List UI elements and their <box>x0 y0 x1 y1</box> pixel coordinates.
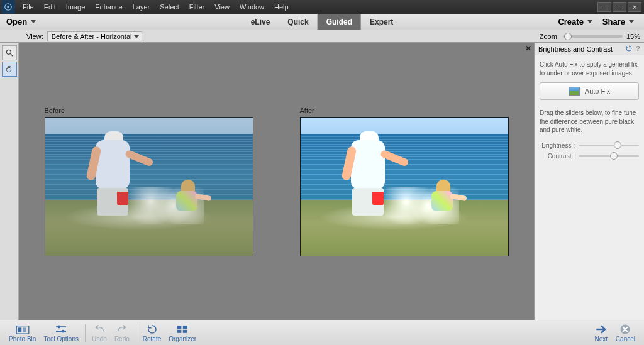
panel-header: Brightness and Contrast ? <box>535 43 644 55</box>
organizer-label: Organizer <box>169 336 196 342</box>
chevron-down-icon <box>587 20 592 23</box>
undo-label: Undo <box>92 336 107 342</box>
share-menu[interactable]: Share <box>599 17 638 26</box>
after-label: After <box>300 107 509 114</box>
menu-image[interactable]: Image <box>61 3 91 11</box>
svg-rect-14 <box>183 329 187 332</box>
brightness-slider[interactable] <box>579 145 639 146</box>
mode-elive[interactable]: eLive <box>242 14 279 30</box>
rotate-label: Rotate <box>143 336 161 342</box>
titlebar: File Edit Image Enhance Layer Select Fil… <box>0 0 644 14</box>
autofix-label: Auto Fix <box>585 87 610 95</box>
svg-rect-5 <box>18 327 21 332</box>
menu-edit[interactable]: Edit <box>39 3 61 11</box>
menu-help[interactable]: Help <box>269 3 294 11</box>
menu-view[interactable]: View <box>209 3 235 11</box>
cancel-label: Cancel <box>616 336 635 342</box>
view-value: Before & After - Horizontal <box>52 33 132 40</box>
cancel-button[interactable]: Cancel <box>612 324 639 342</box>
mode-tabs: eLive Quick Guided Expert <box>242 14 402 30</box>
before-label: Before <box>45 107 253 114</box>
zoom-tool[interactable] <box>2 45 17 60</box>
zoom-slider[interactable] <box>563 35 623 38</box>
svg-point-2 <box>6 50 11 54</box>
window-controls: — □ ✕ <box>597 2 644 12</box>
tool-options-button[interactable]: Tool Options <box>40 324 82 342</box>
reset-icon[interactable] <box>625 45 633 53</box>
chevron-down-icon <box>31 20 36 23</box>
svg-line-3 <box>10 54 13 57</box>
svg-rect-12 <box>183 326 187 329</box>
chevron-down-icon <box>629 20 634 23</box>
svg-rect-11 <box>177 326 182 329</box>
menu-select[interactable]: Select <box>155 3 184 11</box>
menu-file[interactable]: File <box>18 3 39 11</box>
organizer-button[interactable]: Organizer <box>165 324 200 342</box>
contrast-label: Contrast : <box>540 153 575 160</box>
undo-button[interactable]: Undo <box>88 324 111 342</box>
menu-filter[interactable]: Filter <box>184 3 209 11</box>
after-image <box>300 117 509 256</box>
zoom-value: 15% <box>626 33 640 40</box>
open-menu[interactable]: Open <box>0 17 42 26</box>
create-label: Create <box>558 17 583 26</box>
sliders-desc: Drag the sliders below, to fine tune the… <box>540 109 639 134</box>
autofix-button[interactable]: Auto Fix <box>540 82 639 100</box>
command-bar: Open eLive Quick Guided Expert Create Sh… <box>0 14 644 30</box>
workspace: ✕ Before After <box>0 43 644 320</box>
zoom-label: Zoom: <box>540 33 559 40</box>
autofix-icon <box>569 87 580 96</box>
tool-options-label: Tool Options <box>43 336 79 342</box>
svg-rect-13 <box>177 329 182 332</box>
toolbox <box>0 43 19 320</box>
before-image <box>45 117 253 256</box>
photo-bin-button[interactable]: Photo Bin <box>5 324 40 342</box>
autofix-desc: Click Auto Fix to apply a general fix to… <box>540 60 639 77</box>
mode-expert[interactable]: Expert <box>361 14 402 30</box>
view-label: View: <box>26 33 43 40</box>
menu-layer[interactable]: Layer <box>128 3 155 11</box>
brightness-label: Brightness : <box>540 142 575 149</box>
help-icon[interactable]: ? <box>636 45 640 53</box>
right-panel: Brightness and Contrast ? Click Auto Fix… <box>534 43 644 320</box>
maximize-button[interactable]: □ <box>613 2 626 12</box>
svg-point-8 <box>58 325 61 328</box>
options-bar: View: Before & After - Horizontal Zoom: … <box>0 30 644 43</box>
contrast-slider[interactable] <box>579 155 639 157</box>
canvas-area: ✕ Before After <box>19 43 534 320</box>
share-label: Share <box>602 17 625 26</box>
close-button[interactable]: ✕ <box>628 2 641 12</box>
photo-bin-label: Photo Bin <box>9 336 36 342</box>
rotate-button[interactable]: Rotate <box>139 324 165 342</box>
mode-quick[interactable]: Quick <box>279 14 317 30</box>
minimize-button[interactable]: — <box>597 2 611 12</box>
bottom-bar: Photo Bin Tool Options Undo Redo Rotate … <box>0 320 644 345</box>
redo-label: Redo <box>114 336 130 342</box>
view-dropdown[interactable]: Before & After - Horizontal <box>47 31 143 41</box>
open-label: Open <box>6 17 27 26</box>
next-label: Next <box>595 336 608 342</box>
svg-point-1 <box>7 6 9 8</box>
svg-point-10 <box>62 329 65 332</box>
app-logo-icon <box>1 0 15 14</box>
mode-guided[interactable]: Guided <box>318 14 361 30</box>
menu-enhance[interactable]: Enhance <box>90 3 127 11</box>
svg-rect-6 <box>23 327 26 332</box>
create-menu[interactable]: Create <box>554 17 596 26</box>
menu-window[interactable]: Window <box>235 3 269 11</box>
document-close-icon[interactable]: ✕ <box>525 44 531 53</box>
panel-title: Brightness and Contrast <box>538 45 613 53</box>
redo-button[interactable]: Redo <box>111 324 133 342</box>
chevron-down-icon <box>134 35 139 38</box>
hand-tool[interactable] <box>2 62 17 77</box>
next-button[interactable]: Next <box>591 324 612 342</box>
